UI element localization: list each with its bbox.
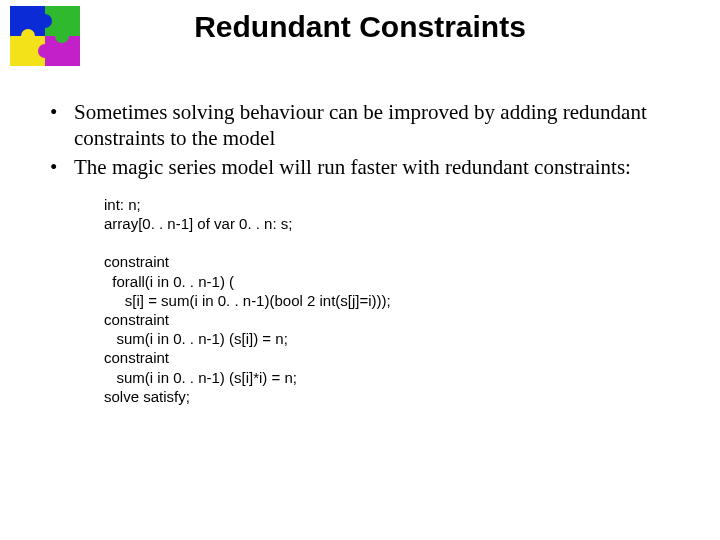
code-line: constraint — [104, 253, 169, 270]
code-line: int: n; — [104, 196, 141, 213]
code-line: constraint — [104, 311, 169, 328]
bullet-item: The magic series model will run faster w… — [46, 155, 686, 181]
code-line: array[0. . n-1] of var 0. . n: s; — [104, 215, 292, 232]
code-line: constraint — [104, 349, 169, 366]
slide-body: Sometimes solving behaviour can be impro… — [46, 100, 686, 406]
code-line: s[i] = sum(i in 0. . n-1)(bool 2 int(s[j… — [104, 292, 391, 309]
slide: Redundant Constraints Sometimes solving … — [0, 0, 720, 540]
bullet-list: Sometimes solving behaviour can be impro… — [46, 100, 686, 181]
code-line: sum(i in 0. . n-1) (s[i]) = n; — [104, 330, 288, 347]
bullet-item: Sometimes solving behaviour can be impro… — [46, 100, 686, 151]
svg-point-6 — [38, 44, 52, 58]
code-block: int: n; array[0. . n-1] of var 0. . n: s… — [104, 195, 686, 406]
code-line: forall(i in 0. . n-1) ( — [104, 273, 234, 290]
slide-title: Redundant Constraints — [0, 10, 720, 44]
code-line: solve satisfy; — [104, 388, 190, 405]
code-line: sum(i in 0. . n-1) (s[i]*i) = n; — [104, 369, 297, 386]
